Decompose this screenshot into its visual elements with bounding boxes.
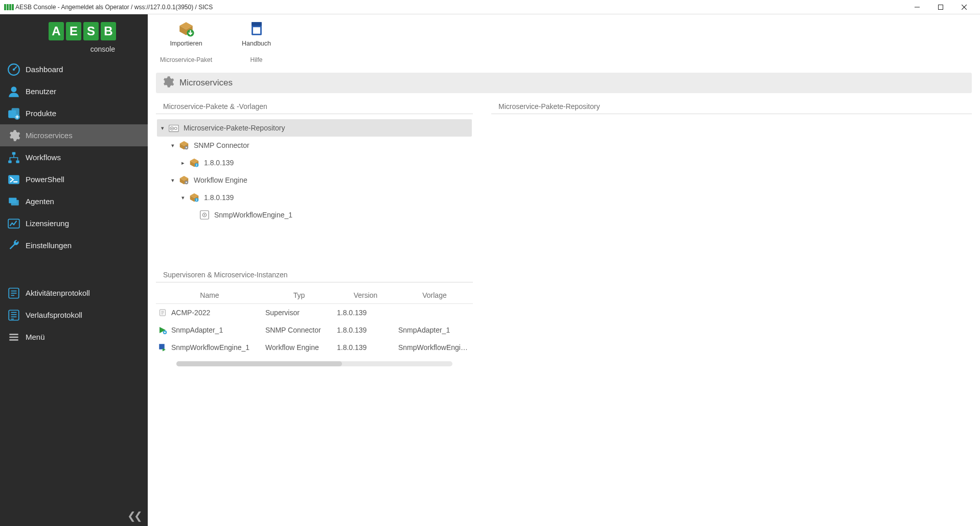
sidebar-item-powershell[interactable]: PowerShell [0, 168, 148, 190]
svg-text:A: A [52, 24, 60, 38]
svg-rect-67 [159, 344, 165, 349]
ribbon-button-handbuch[interactable]: Handbuch [237, 17, 276, 49]
tree-node[interactable]: ▾SNMP Connector [157, 137, 472, 154]
collapse-sidebar-icon[interactable]: ❮❮ [127, 510, 141, 522]
col-name[interactable]: Name [156, 291, 263, 299]
sidebar-item-benutzer[interactable]: Benutzer [0, 80, 148, 102]
sidebar-item-label: Einstellungen [26, 241, 72, 250]
ribbon-group-label: Hilfe [250, 56, 263, 63]
chart-icon [5, 215, 22, 232]
svg-point-18 [13, 68, 15, 70]
tree-expander-icon[interactable]: ▾ [158, 125, 167, 132]
packages-panel: Microservice-Pakete & -Vorlagen ▾Microse… [156, 99, 473, 256]
sidebar-item-label: Benutzer [26, 87, 56, 96]
sidebar-item-microservices[interactable]: Microservices [0, 124, 148, 146]
col-version[interactable]: Version [335, 291, 396, 299]
products-icon [5, 105, 22, 122]
svg-rect-44 [252, 22, 262, 26]
app-icon [4, 4, 12, 10]
powershell-icon [5, 171, 22, 188]
ribbon-button-label: Handbuch [242, 40, 271, 47]
sidebar-item-agenten[interactable]: Agenten [0, 190, 148, 212]
workflow-icon [5, 149, 22, 166]
repository-detail-panel: Microservice-Pakete-Repository [491, 99, 972, 114]
svg-rect-0 [4, 4, 6, 10]
svg-point-55 [186, 182, 187, 183]
tree-expander-icon[interactable]: ▾ [168, 177, 177, 184]
ribbon-button-importieren[interactable]: Importieren [165, 17, 207, 49]
tree-node-label: 1.8.0.139 [204, 159, 234, 167]
tree-node-label: SnmpWorkflowEngine_1 [214, 211, 292, 219]
sidebar-item-label: Produkte [26, 109, 56, 118]
menu-icon [5, 328, 22, 346]
col-template[interactable]: Vorlage [396, 291, 473, 299]
svg-rect-3 [12, 4, 14, 10]
handbook-icon [247, 19, 266, 38]
sidebar-item-einstellungen[interactable]: Einstellungen [0, 234, 148, 256]
grid-header-row: Name Typ Version Vorlage [156, 287, 473, 304]
tree-expander-icon[interactable]: ▾ [168, 142, 177, 149]
wrench-icon [5, 237, 22, 254]
history-log-icon [5, 306, 22, 324]
packages-tree[interactable]: ▾Microservice-Pakete-Repository▾SNMP Con… [156, 118, 473, 256]
row-version: 1.8.0.139 [335, 309, 396, 317]
sidebar-item-aktivittenprotokoll[interactable]: Aktivitätenprotokoll [0, 282, 148, 304]
tree-node[interactable]: ▾Workflow Engine [157, 171, 472, 189]
ribbon-button-label: Importieren [170, 40, 202, 47]
window-titlebar: AESB Console - Angemeldet als Operator /… [0, 0, 980, 14]
sidebar-item-label: Workflows [26, 153, 61, 162]
tree-node-label: Workflow Engine [194, 176, 247, 184]
tree-node[interactable]: SnmpWorkflowEngine_1 [157, 206, 472, 224]
horizontal-scrollbar[interactable] [176, 361, 452, 366]
minimize-button[interactable] [905, 0, 929, 14]
sidebar-item-verlaufsprotokoll[interactable]: Verlaufsprotokoll [0, 304, 148, 326]
supervisor-icon [158, 308, 167, 317]
tree-node-label: 1.8.0.139 [204, 193, 234, 202]
svg-rect-28 [11, 200, 19, 205]
sidebar-item-label: Verlaufsprotokoll [26, 311, 82, 319]
engine-play-icon [158, 343, 167, 352]
gear-icon [5, 127, 22, 144]
sidebar-item-lizensierung[interactable]: Lizensierung [0, 212, 148, 234]
svg-text:i: i [196, 198, 197, 202]
tree-expander-icon[interactable]: ▾ [178, 194, 188, 201]
repository-detail-title: Microservice-Pakete-Repository [491, 99, 972, 114]
row-type: Workflow Engine [263, 343, 335, 352]
sidebar-item-label: Aktivitätenprotokoll [26, 289, 90, 297]
tree-node-label: SNMP Connector [194, 141, 249, 149]
sidebar-item-dashboard[interactable]: Dashboard [0, 58, 148, 80]
row-name: SnmpAdapter_1 [171, 326, 223, 334]
table-row[interactable]: SnmpAdapter_1SNMP Connector1.8.0.139Snmp… [156, 321, 473, 339]
svg-point-51 [186, 147, 187, 148]
sidebar: AESB console DashboardBenutzerProdukteMi… [0, 14, 148, 526]
tree-node-icon [177, 139, 191, 152]
row-name: SnmpWorkflowEngine_1 [171, 343, 249, 352]
main-area: ImportierenMicroservice-PaketHandbuchHil… [148, 14, 980, 526]
table-row[interactable]: SnmpWorkflowEngine_1Workflow Engine1.8.0… [156, 339, 473, 356]
tree-node[interactable]: ▸i1.8.0.139 [157, 154, 472, 171]
tree-node-icon: i [188, 191, 201, 204]
sidebar-item-men[interactable]: Menü [0, 326, 148, 348]
instances-panel: Supervisoren & Microservice-Instanzen Na… [156, 268, 473, 401]
svg-rect-25 [16, 160, 19, 163]
sidebar-item-label: Microservices [26, 131, 73, 140]
tree-node[interactable]: ▾Microservice-Pakete-Repository [157, 119, 472, 137]
tree-expander-icon[interactable]: ▸ [178, 160, 188, 166]
tree-expander-icon[interactable] [189, 212, 198, 218]
sidebar-item-produkte[interactable]: Produkte [0, 102, 148, 124]
svg-text:console: console [90, 45, 115, 53]
row-name: ACMP-2022 [171, 309, 210, 317]
row-version: 1.8.0.139 [335, 326, 396, 334]
svg-rect-45 [253, 27, 260, 34]
col-type[interactable]: Typ [263, 291, 335, 299]
close-button[interactable] [952, 0, 976, 14]
tree-node[interactable]: ▾i1.8.0.139 [157, 189, 472, 206]
sidebar-item-label: Menü [26, 333, 45, 341]
ribbon-group-label: Microservice-Paket [160, 56, 212, 63]
table-row[interactable]: ACMP-2022Supervisor1.8.0.139 [156, 304, 473, 321]
svg-point-19 [11, 86, 17, 92]
sidebar-item-label: Dashboard [26, 65, 63, 74]
maximize-button[interactable] [929, 0, 952, 14]
sidebar-item-workflows[interactable]: Workflows [0, 146, 148, 168]
tree-node-icon [167, 121, 180, 135]
